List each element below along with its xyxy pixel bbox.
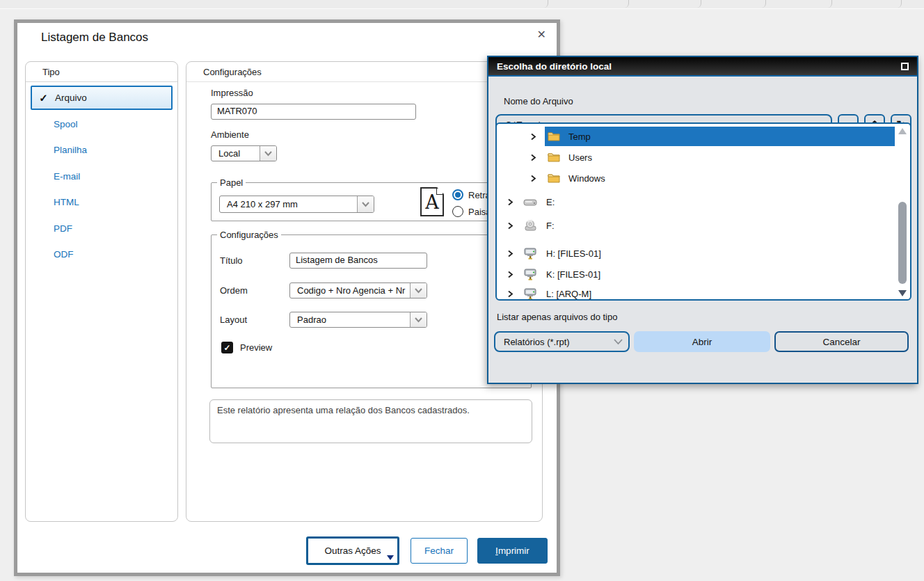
folder-icon — [548, 132, 560, 141]
listagem-de-bancos-dialog: Listagem de Bancos ✕ Tipo ✓ Arquivo Spoo… — [14, 19, 560, 576]
tree-row-drive-l[interactable]: L: [ARQ-M] — [497, 284, 910, 301]
preview-label: Preview — [240, 342, 272, 353]
sidebar-item-arquivo[interactable]: ✓ Arquivo — [31, 86, 173, 110]
titulo-label: Título — [220, 255, 243, 266]
preview-checkbox[interactable]: ✓ Preview — [221, 342, 272, 353]
chevron-down-icon — [607, 339, 628, 345]
cdrom-drive-icon — [523, 220, 537, 232]
tree-row-label: E: — [546, 197, 555, 207]
nome-arquivo-label: Nome do Arquivo — [504, 96, 573, 106]
sidebar-item-spool[interactable]: Spool — [31, 112, 173, 136]
tree-row-drive-f[interactable]: F: — [497, 216, 910, 235]
chevron-right-icon[interactable] — [507, 271, 513, 278]
file-type-value: Relatórios (*.rpt) — [495, 337, 607, 347]
drive-icon — [523, 198, 537, 207]
scroll-up-icon[interactable] — [898, 128, 907, 134]
sidebar-item-email[interactable]: E-mail — [31, 164, 173, 189]
layout-value: Padrao — [290, 312, 410, 327]
page-fold — [437, 187, 444, 194]
sidebar-item-planilha[interactable]: Planilha — [31, 138, 173, 162]
tree-row-label: F: — [546, 221, 555, 231]
tab-separator — [762, 0, 766, 8]
file-dialog-title: Escolha do diretório local — [497, 61, 901, 72]
layout-select[interactable]: Padrao — [289, 312, 427, 328]
folder-icon — [548, 152, 560, 162]
tree-row-users[interactable]: Users — [497, 148, 910, 167]
dropdown-triangle-icon — [387, 555, 394, 560]
ordem-value: Codigo + Nro Agencia + Nr — [290, 283, 410, 298]
chevron-right-icon[interactable] — [530, 175, 536, 182]
filter-label: Listar apenas arquivos do tipo — [497, 312, 617, 322]
papel-legend: Papel — [217, 177, 246, 188]
dialog-title: Listagem de Bancos — [41, 31, 148, 45]
sidebar-item-odf[interactable]: ODF — [31, 242, 173, 266]
tab-separator — [625, 0, 629, 8]
chevron-right-icon[interactable] — [530, 133, 536, 141]
impressao-label: Impressão — [211, 88, 253, 98]
scrollbar-thumb[interactable] — [898, 202, 907, 284]
close-icon[interactable]: ✕ — [537, 28, 546, 41]
tab-separator — [544, 0, 548, 8]
tree-row-drive-h[interactable]: H: [FILES-01] — [497, 244, 910, 263]
abrir-label: Abrir — [692, 337, 712, 347]
tree-row-label: L: [ARQ-M] — [546, 289, 591, 299]
tree-row-label: Windows — [568, 173, 605, 184]
cancelar-button[interactable]: Cancelar — [774, 331, 909, 352]
sidebar-item-label: PDF — [54, 223, 72, 234]
tree-row-windows[interactable]: Windows — [497, 168, 910, 188]
chevron-right-icon[interactable] — [507, 290, 513, 298]
file-type-select[interactable]: Relatórios (*.rpt) — [494, 331, 630, 352]
configuracoes-group: Configurações Título Listagem de Bancos … — [211, 230, 532, 388]
chevron-right-icon[interactable] — [507, 198, 513, 206]
chevron-down-icon — [410, 312, 427, 327]
scroll-down-icon[interactable] — [898, 290, 907, 296]
sidebar-item-label: ODF — [54, 249, 74, 260]
chevron-down-icon — [410, 283, 427, 298]
sidebar-item-html[interactable]: HTML — [31, 190, 173, 214]
configuracoes-legend: Configurações — [217, 230, 281, 240]
portrait-page-icon: A — [420, 187, 444, 216]
chevron-right-icon[interactable] — [530, 154, 536, 161]
tree-row-drive-k[interactable]: K: [FILES-01] — [497, 264, 910, 284]
ambiente-label: Ambiente — [211, 129, 249, 140]
ordem-label: Ordem — [220, 285, 248, 296]
directory-tree: Temp Users Windows — [495, 122, 911, 301]
titulo-input[interactable]: Listagem de Bancos — [289, 253, 427, 269]
sidebar-item-label: Arquivo — [55, 93, 87, 103]
chevron-down-icon — [260, 146, 276, 161]
papel-size-select[interactable]: A4 210 x 297 mm — [219, 196, 374, 213]
fechar-label: Fechar — [424, 546, 454, 556]
fechar-button[interactable]: Fechar — [411, 538, 468, 564]
tree-scrollbar[interactable] — [898, 127, 907, 298]
sidebar-item-label: Planilha — [54, 145, 87, 155]
tree-row-label: Temp — [568, 132, 591, 142]
network-drive-icon — [523, 269, 537, 280]
page-icon-letter: A — [425, 191, 439, 213]
outras-acoes-button[interactable]: Outras Ações — [306, 536, 399, 565]
ambiente-select[interactable]: Local — [211, 145, 277, 161]
tipo-panel: Tipo ✓ Arquivo Spool Planilha E-mail HTM… — [25, 61, 178, 522]
radio-icon — [452, 206, 463, 217]
abrir-button[interactable]: Abrir — [634, 331, 770, 352]
outras-acoes-label: Outras Ações — [324, 546, 381, 556]
maximize-icon[interactable] — [901, 63, 909, 70]
sidebar-item-label: Spool — [54, 119, 78, 129]
chevron-right-icon[interactable] — [507, 250, 513, 257]
ordem-select[interactable]: Codigo + Nro Agencia + Nr — [289, 282, 427, 299]
tree-row-temp[interactable]: Temp — [497, 127, 910, 146]
chevron-down-icon — [357, 196, 374, 212]
report-description: Este relatório apresenta uma relação dos… — [209, 399, 532, 443]
selection-highlight — [545, 127, 895, 146]
papel-size-value: A4 210 x 297 mm — [220, 196, 357, 212]
sidebar-item-label: HTML — [54, 197, 79, 207]
file-dialog-titlebar[interactable]: Escolha do diretório local — [488, 57, 917, 77]
escolha-diretorio-dialog: Escolha do diretório local Nome do Arqui… — [487, 56, 918, 384]
network-drive-icon — [523, 288, 537, 300]
papel-group: Papel A4 210 x 297 mm A Retrato Paisagem — [211, 177, 532, 221]
impressao-input[interactable]: MATR070 — [211, 104, 416, 120]
chevron-right-icon[interactable] — [507, 222, 513, 230]
sidebar-item-pdf[interactable]: PDF — [31, 216, 173, 241]
imprimir-label: Imprimir — [495, 546, 529, 556]
imprimir-button[interactable]: Imprimir — [477, 538, 548, 564]
tree-row-drive-e[interactable]: E: — [497, 192, 910, 212]
